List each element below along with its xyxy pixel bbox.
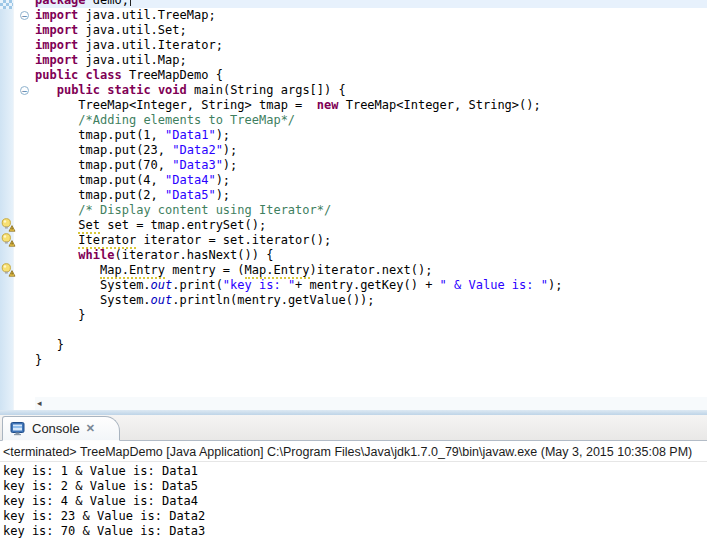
- close-icon[interactable]: ✕: [86, 423, 95, 434]
- code-token: [35, 218, 78, 232]
- code-token: tmap.put(1,: [35, 128, 165, 142]
- console-output-line: key is: 4 & Value is: Data4: [3, 494, 707, 509]
- code-token: iterator = set.iterator();: [136, 233, 331, 247]
- fold-collapse-icon[interactable]: −: [20, 11, 29, 20]
- code-line[interactable]: [35, 323, 707, 338]
- code-token: java.util.Iterator;: [78, 38, 223, 52]
- code-line[interactable]: System.out.println(mentry.getValue());: [35, 293, 707, 308]
- console-output-line: key is: 2 & Value is: Data5: [3, 479, 707, 494]
- code-token: );: [223, 143, 237, 157]
- code-token: }: [35, 338, 64, 352]
- code-token: java.util.Set;: [78, 23, 186, 37]
- code-token: tmap.put(2,: [35, 188, 165, 202]
- code-line[interactable]: Map.Entry mentry = (Map.Entry)iterator.n…: [35, 263, 707, 278]
- console-output-line: key is: 70 & Value is: Data3: [3, 524, 707, 539]
- code-token: System.: [35, 293, 151, 307]
- code-line[interactable]: import java.util.Set;: [35, 23, 707, 38]
- code-token: tmap.put(70,: [35, 158, 172, 172]
- code-token: [35, 263, 100, 277]
- warning-lightbulb-icon[interactable]: [1, 263, 16, 277]
- code-token: )iterator.next();: [310, 263, 433, 277]
- code-line[interactable]: import java.util.Map;: [35, 53, 707, 68]
- code-token: );: [216, 188, 230, 202]
- code-token: demo;: [86, 0, 129, 7]
- code-line[interactable]: tmap.put(70, "Data3");: [35, 158, 707, 173]
- code-token: public: [57, 83, 100, 97]
- console-output: key is: 1 & Value is: Data1key is: 2 & V…: [0, 462, 707, 539]
- code-token: import: [35, 8, 78, 22]
- code-token: [151, 83, 158, 97]
- code-token: [35, 113, 78, 127]
- code-token: [35, 203, 78, 217]
- code-token: TreeMap<Integer, String> tmap =: [35, 98, 317, 112]
- code-line[interactable]: tmap.put(4, "Data4");: [35, 173, 707, 188]
- fold-collapse-icon[interactable]: −: [20, 86, 29, 95]
- code-token: [78, 68, 85, 82]
- code-token: }: [35, 308, 86, 322]
- console-output-line: key is: 23 & Value is: Data2: [3, 509, 707, 524]
- eclipse-window: package demo;import java.util.TreeMap;im…: [0, 0, 707, 541]
- code-token: new: [317, 98, 339, 112]
- code-line[interactable]: package demo;: [35, 0, 707, 8]
- code-token: TreeMap<Integer, String>();: [338, 98, 540, 112]
- code-token: );: [223, 158, 237, 172]
- scroll-left-arrow-icon[interactable]: ◂: [37, 397, 42, 410]
- code-text-area[interactable]: package demo;import java.util.TreeMap;im…: [35, 0, 707, 368]
- console-status-line: <terminated> TreeMapDemo [Java Applicati…: [0, 441, 707, 462]
- code-token: );: [216, 128, 230, 142]
- code-line[interactable]: tmap.put(23, "Data2");: [35, 143, 707, 158]
- code-line[interactable]: /* Display content using Iterator*/: [35, 203, 707, 218]
- code-token: while: [78, 248, 114, 262]
- code-token: "Data3": [172, 158, 223, 172]
- warning-lightbulb-icon[interactable]: [1, 218, 16, 232]
- code-token: "Data2": [172, 143, 223, 157]
- code-line[interactable]: }: [35, 338, 707, 353]
- code-token: /*Adding elements to TreeMap*/: [78, 113, 295, 127]
- code-token: .println(mentry.getValue());: [172, 293, 374, 307]
- code-line[interactable]: Set set = tmap.entrySet();: [35, 218, 707, 233]
- code-token: "Data5": [165, 188, 216, 202]
- code-token: + mentry.getKey() +: [295, 278, 440, 292]
- code-token: class: [86, 68, 122, 82]
- code-token: static: [107, 83, 150, 97]
- code-token: .print(: [172, 278, 223, 292]
- code-line[interactable]: Iterator iterator = set.iterator();: [35, 233, 707, 248]
- code-token: java.util.Map;: [78, 53, 186, 67]
- code-line[interactable]: while(iterator.hasNext()) {: [35, 248, 707, 263]
- code-token: );: [216, 173, 230, 187]
- code-line[interactable]: public static void main(String args[]) {: [35, 83, 707, 98]
- horizontal-scrollbar[interactable]: ◂: [35, 397, 707, 410]
- code-token: void: [158, 83, 187, 97]
- warning-lightbulb-icon[interactable]: [1, 233, 16, 247]
- code-line[interactable]: System.out.print("key is: "+ mentry.getK…: [35, 278, 707, 293]
- tab-console[interactable]: Console ✕: [2, 416, 120, 441]
- code-token: import: [35, 23, 78, 37]
- code-line[interactable]: public class TreeMapDemo {: [35, 68, 707, 83]
- code-token: (iterator.hasNext()) {: [114, 248, 273, 262]
- code-token: " & Value is: ": [440, 278, 548, 292]
- code-line[interactable]: import java.util.TreeMap;: [35, 8, 707, 23]
- code-editor[interactable]: package demo;import java.util.TreeMap;im…: [0, 0, 707, 410]
- console-tab-bar: Console ✕: [0, 415, 707, 441]
- ruler-top-pattern: [0, 0, 13, 9]
- code-line[interactable]: }: [35, 308, 707, 323]
- code-token: }: [35, 353, 42, 367]
- code-token: "Data4": [165, 173, 216, 187]
- code-line[interactable]: tmap.put(2, "Data5");: [35, 188, 707, 203]
- code-token: /* Display content using Iterator*/: [78, 203, 331, 217]
- code-token: "key is: ": [223, 278, 295, 292]
- code-token: tmap.put(23,: [35, 143, 172, 157]
- code-token: [35, 233, 78, 247]
- code-token: out: [151, 293, 173, 307]
- code-token: package: [35, 0, 86, 7]
- code-token: [35, 248, 78, 262]
- code-line[interactable]: TreeMap<Integer, String> tmap = new Tree…: [35, 98, 707, 113]
- code-line[interactable]: tmap.put(1, "Data1");: [35, 128, 707, 143]
- code-line[interactable]: /*Adding elements to TreeMap*/: [35, 113, 707, 128]
- code-line[interactable]: import java.util.Iterator;: [35, 38, 707, 53]
- console-monitor-icon: [10, 422, 26, 436]
- code-token: public: [35, 68, 78, 82]
- annotation-ruler: [0, 0, 14, 410]
- code-line[interactable]: }: [35, 353, 707, 368]
- code-token: "Data1": [165, 128, 216, 142]
